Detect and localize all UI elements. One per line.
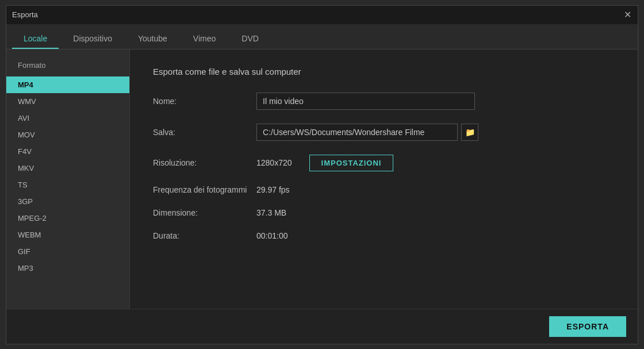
tab-dispositivo[interactable]: Dispositivo bbox=[62, 29, 124, 49]
bottom-bar: ESPORTA bbox=[6, 309, 638, 344]
frequenza-label: Frequenza dei fotogrammi bbox=[153, 185, 256, 194]
export-dialog: Esporta ✕ Locale Dispositivo Youtube Vim… bbox=[6, 5, 638, 344]
nome-label: Nome: bbox=[153, 97, 256, 106]
sidebar-item-f4v[interactable]: F4V bbox=[6, 143, 129, 160]
risoluzione-label: Risoluzione: bbox=[153, 158, 256, 167]
dialog-title: Esporta bbox=[12, 10, 38, 19]
sidebar-item-gif[interactable]: GIF bbox=[6, 243, 129, 260]
sidebar-item-mkv[interactable]: MKV bbox=[6, 160, 129, 177]
impostazioni-button[interactable]: IMPOSTAZIONI bbox=[309, 155, 394, 171]
sidebar-item-ts[interactable]: TS bbox=[6, 177, 129, 193]
sidebar-item-mpeg2[interactable]: MPEG-2 bbox=[6, 210, 129, 227]
dimensione-row: Dimensione: 37.3 MB bbox=[153, 208, 615, 217]
salva-row: Salva: 📁 bbox=[153, 124, 615, 141]
tab-locale[interactable]: Locale bbox=[12, 29, 59, 49]
sidebar-item-mov[interactable]: MOV bbox=[6, 126, 129, 143]
risoluzione-row: Risoluzione: 1280x720 IMPOSTAZIONI bbox=[153, 155, 615, 171]
sidebar-item-3gp[interactable]: 3GP bbox=[6, 193, 129, 210]
dimensione-label: Dimensione: bbox=[153, 208, 256, 217]
risoluzione-value: 1280x720 bbox=[256, 158, 292, 167]
nome-input[interactable] bbox=[256, 93, 475, 110]
sidebar-item-mp4[interactable]: MP4 bbox=[6, 76, 129, 93]
durata-row: Durata: 00:01:00 bbox=[153, 231, 615, 240]
tab-youtube[interactable]: Youtube bbox=[126, 29, 179, 49]
dimensione-value: 37.3 MB bbox=[256, 208, 286, 217]
frequenza-value: 29.97 fps bbox=[256, 185, 290, 194]
nome-row: Nome: bbox=[153, 93, 615, 110]
salva-input[interactable] bbox=[256, 124, 458, 141]
sidebar-header: Formato bbox=[6, 58, 129, 76]
frequenza-row: Frequenza dei fotogrammi 29.97 fps bbox=[153, 185, 615, 194]
tab-vimeo[interactable]: Vimeo bbox=[182, 29, 227, 49]
close-button[interactable]: ✕ bbox=[623, 10, 632, 20]
panel-title: Esporta come file e salva sul computer bbox=[153, 67, 615, 76]
durata-value: 00:01:00 bbox=[256, 231, 288, 240]
export-button[interactable]: ESPORTA bbox=[549, 316, 626, 337]
resolution-row: 1280x720 IMPOSTAZIONI bbox=[256, 155, 393, 171]
sidebar-item-mp3[interactable]: MP3 bbox=[6, 260, 129, 277]
sidebar-item-wmv[interactable]: WMV bbox=[6, 93, 129, 110]
salva-label: Salva: bbox=[153, 128, 256, 137]
durata-label: Durata: bbox=[153, 231, 256, 240]
folder-button[interactable]: 📁 bbox=[461, 124, 478, 141]
tab-dvd[interactable]: DVD bbox=[230, 29, 270, 49]
title-bar: Esporta ✕ bbox=[6, 6, 638, 24]
folder-icon: 📁 bbox=[465, 128, 475, 137]
path-row: 📁 bbox=[256, 124, 478, 141]
sidebar-item-avi[interactable]: AVI bbox=[6, 110, 129, 126]
content-area: Formato MP4 WMV AVI MOV F4V MKV TS 3GP M… bbox=[6, 49, 638, 309]
tab-bar: Locale Dispositivo Youtube Vimeo DVD bbox=[6, 24, 638, 49]
sidebar-item-webm[interactable]: WEBM bbox=[6, 227, 129, 243]
sidebar: Formato MP4 WMV AVI MOV F4V MKV TS 3GP M… bbox=[6, 49, 130, 309]
main-panel: Esporta come file e salva sul computer N… bbox=[130, 49, 638, 309]
